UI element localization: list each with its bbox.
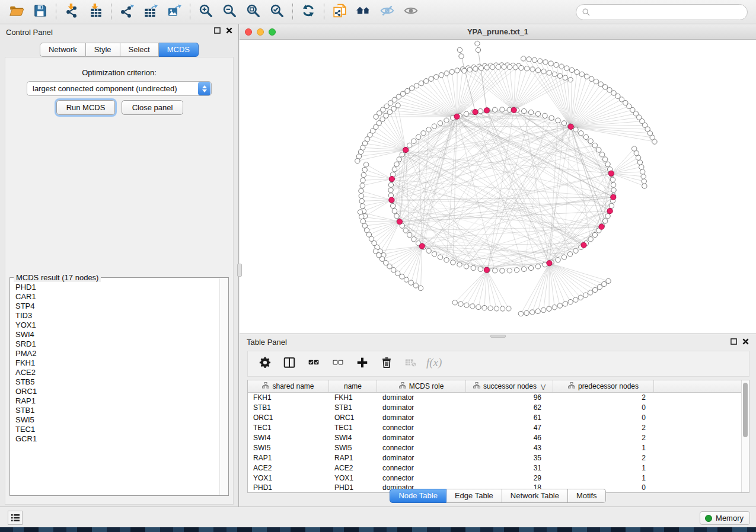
close-panel-icon[interactable] [226,27,232,34]
mcds-result-item[interactable]: STP4 [11,302,219,311]
export-network-button[interactable] [115,2,139,22]
mcds-result-item[interactable]: CAR1 [11,292,219,302]
open-folder-button[interactable] [5,2,28,22]
column-header-mcds_role[interactable]: MCDS role [377,380,466,392]
table-row[interactable]: SWI4SWI4dominator462 [248,433,741,443]
tab-network-table[interactable]: Network Table [502,489,568,503]
export-table-button[interactable] [139,2,162,22]
zoom-selected-button[interactable] [265,2,289,22]
mcds-result-item[interactable]: SRD1 [11,339,219,349]
mcds-result-item[interactable]: RAP1 [11,396,219,406]
import-network-button[interactable] [60,2,84,22]
float-panel-icon[interactable] [214,27,221,34]
table-row[interactable]: FKH1FKH1dominator962 [248,393,741,403]
cell-shared_name: RAP1 [248,454,329,462]
search-icon [582,8,591,17]
search-input[interactable] [591,6,747,19]
mcds-result-item[interactable]: STB1 [11,406,219,415]
mcds-result-item[interactable]: ORC1 [11,387,219,396]
import-network-icon [64,3,79,21]
network-canvas[interactable] [240,40,756,334]
mcds-result-item[interactable]: SWI5 [11,415,219,425]
run-mcds-button[interactable]: Run MCDS [56,100,115,115]
splitter-grip[interactable] [237,264,242,277]
memory-button[interactable]: Memory [700,511,750,525]
table-row[interactable]: YOX1YOX1connector291 [248,473,741,483]
export-image-button[interactable] [162,2,186,22]
table-row[interactable]: ACE2ACE2connector311 [248,463,741,473]
gear-button[interactable] [254,354,276,374]
column-header-shared_name[interactable]: shared name [248,380,329,392]
mcds-result-item[interactable]: PMA2 [11,349,219,358]
column-header-predecessor_nodes[interactable]: predecessor nodes [553,380,654,392]
column-header-name[interactable]: name [329,380,377,392]
mcds-result-item[interactable]: GCR1 [11,434,219,444]
tab-style[interactable]: Style [86,43,120,57]
cell-shared_name: SWI4 [248,434,329,442]
cell-successor_nodes: 31 [466,464,553,472]
column-header-successor_nodes[interactable]: successor nodes⋁ [466,380,553,392]
close-panel-icon[interactable] [742,338,749,345]
mcds-result-item[interactable]: YOX1 [11,321,219,330]
columns-button[interactable] [278,354,300,374]
cell-name: TEC1 [329,424,377,432]
float-panel-icon[interactable] [731,338,737,345]
duplicate-network-button[interactable] [328,2,352,22]
refresh-button[interactable] [296,2,320,22]
delete-row-button[interactable] [375,354,397,374]
mcds-result-group: MCDS result (17 nodes) PHD1CAR1STP4TID3Y… [9,277,229,496]
network-view-window: YPA_prune.txt_1 [240,24,756,334]
zoom-in-icon [198,3,213,21]
scrollbar-thumb[interactable] [743,383,748,437]
save-button[interactable] [28,2,52,22]
table-panel-grip[interactable] [490,335,506,338]
mcds-result-item[interactable]: SWI4 [11,330,219,339]
first-neighbors-button[interactable] [352,2,375,22]
tab-mcds[interactable]: MCDS [159,43,199,57]
network-title: YPA_prune.txt_1 [240,27,756,36]
hide-selected-button[interactable] [375,2,399,22]
column-label: shared name [272,382,314,390]
table-row[interactable]: RAP1RAP1dominator352 [248,453,741,463]
criterion-value: largest connected component (undirected) [27,84,198,93]
mcds-result-item[interactable]: FKH1 [11,358,219,368]
search-box[interactable] [576,4,748,20]
mcds-result-item[interactable]: PHD1 [11,283,219,292]
tab-select[interactable]: Select [120,43,159,57]
desktop-background [0,527,756,532]
zoom-fit-button[interactable] [241,2,265,22]
close-panel-button[interactable]: Close panel [122,100,183,115]
table-row[interactable]: TEC1TEC1connector472 [248,423,741,433]
table-row[interactable]: STB1STB1dominator620 [248,403,741,413]
export-table-icon [143,3,158,21]
tab-edge-table[interactable]: Edge Table [446,489,502,503]
zoom-in-button[interactable] [194,2,218,22]
tab-node-table[interactable]: Node Table [390,489,446,503]
criterion-dropdown[interactable]: largest connected component (undirected) [27,81,212,96]
deselect-all-button[interactable] [327,354,349,374]
control-panel-header: Control Panel [0,24,238,40]
mcds-result-scrollbar[interactable] [219,278,228,495]
cell-successor_nodes: 47 [466,424,553,432]
control-panel-tabs: NetworkStyleSelectMCDS [0,43,238,57]
cell-shared_name: ORC1 [248,414,329,422]
select-all-button[interactable] [302,354,324,374]
sort-indicator-icon: ⋁ [541,383,546,390]
import-table-button[interactable] [84,2,107,22]
show-all-button[interactable] [399,2,423,22]
table-scrollbar[interactable] [741,380,749,492]
table-row[interactable]: SWI5SWI5connector431 [248,443,741,453]
cell-successor_nodes: 62 [466,403,553,412]
node-table: shared namenameMCDS rolesuccessor nodes⋁… [247,380,749,493]
mcds-result-item[interactable]: TID3 [11,311,219,321]
mcds-result-item[interactable]: ACE2 [11,368,219,377]
tab-motifs[interactable]: Motifs [568,489,606,503]
task-history-button[interactable] [8,511,23,525]
tab-network[interactable]: Network [40,43,86,57]
mcds-result-item[interactable]: STB5 [11,377,219,387]
table-row[interactable]: ORC1ORC1dominator610 [248,413,741,423]
add-row-button[interactable] [351,354,373,374]
optimization-criterion-label: Optimization criterion: [5,68,233,77]
zoom-out-button[interactable] [218,2,241,22]
mcds-result-item[interactable]: TEC1 [11,425,219,434]
